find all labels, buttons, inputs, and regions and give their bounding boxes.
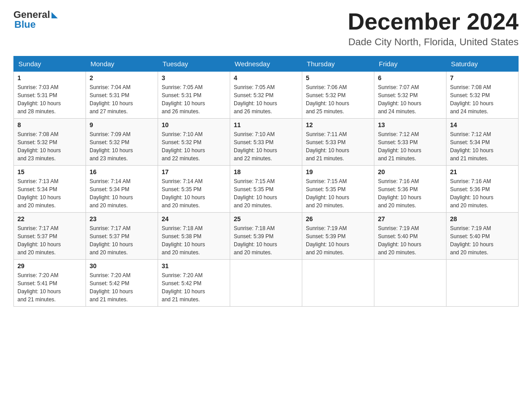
day-number: 26 bbox=[306, 215, 370, 223]
day-info: Sunrise: 7:04 AMSunset: 5:31 PMDaylight:… bbox=[90, 83, 154, 116]
day-info: Sunrise: 7:05 AMSunset: 5:32 PMDaylight:… bbox=[234, 83, 298, 116]
header-friday: Friday bbox=[374, 56, 446, 72]
table-row: 28Sunrise: 7:19 AMSunset: 5:40 PMDayligh… bbox=[446, 213, 519, 260]
day-number: 11 bbox=[234, 121, 298, 128]
day-info: Sunrise: 7:19 AMSunset: 5:40 PMDaylight:… bbox=[450, 224, 515, 257]
location-title: Dade City North, Florida, United States bbox=[348, 36, 519, 48]
page-header: General Blue December 2024 Dade City Nor… bbox=[13, 9, 519, 48]
table-row: 14Sunrise: 7:12 AMSunset: 5:34 PMDayligh… bbox=[446, 119, 519, 166]
month-title: December 2024 bbox=[348, 9, 519, 34]
logo-arrow-icon bbox=[51, 12, 58, 18]
day-number: 25 bbox=[234, 215, 298, 223]
day-number: 27 bbox=[378, 215, 442, 223]
day-number: 3 bbox=[162, 74, 226, 81]
day-info: Sunrise: 7:18 AMSunset: 5:38 PMDaylight:… bbox=[162, 224, 226, 257]
table-row: 1Sunrise: 7:03 AMSunset: 5:31 PMDaylight… bbox=[14, 72, 86, 119]
table-row: 4Sunrise: 7:05 AMSunset: 5:32 PMDaylight… bbox=[230, 72, 302, 119]
day-info: Sunrise: 7:11 AMSunset: 5:33 PMDaylight:… bbox=[306, 130, 370, 163]
day-number: 24 bbox=[162, 215, 226, 223]
day-info: Sunrise: 7:08 AMSunset: 5:32 PMDaylight:… bbox=[450, 83, 515, 116]
day-number: 20 bbox=[378, 168, 442, 176]
day-info: Sunrise: 7:09 AMSunset: 5:32 PMDaylight:… bbox=[90, 130, 154, 163]
day-number: 9 bbox=[90, 121, 154, 128]
header-sunday: Sunday bbox=[14, 56, 86, 72]
table-row: 11Sunrise: 7:10 AMSunset: 5:33 PMDayligh… bbox=[230, 119, 302, 166]
day-info: Sunrise: 7:15 AMSunset: 5:35 PMDaylight:… bbox=[306, 177, 370, 210]
day-number: 31 bbox=[162, 262, 226, 270]
day-info: Sunrise: 7:17 AMSunset: 5:37 PMDaylight:… bbox=[90, 224, 154, 257]
day-number: 12 bbox=[306, 121, 370, 128]
day-number: 5 bbox=[306, 74, 370, 81]
table-row: 30Sunrise: 7:20 AMSunset: 5:42 PMDayligh… bbox=[86, 260, 158, 307]
day-number: 28 bbox=[450, 215, 515, 223]
title-section: December 2024 Dade City North, Florida, … bbox=[348, 9, 519, 48]
table-row bbox=[446, 260, 519, 307]
day-number: 7 bbox=[450, 74, 515, 81]
calendar-week-row: 22Sunrise: 7:17 AMSunset: 5:37 PMDayligh… bbox=[14, 213, 519, 260]
day-info: Sunrise: 7:14 AMSunset: 5:34 PMDaylight:… bbox=[90, 177, 154, 210]
table-row: 21Sunrise: 7:16 AMSunset: 5:36 PMDayligh… bbox=[446, 166, 519, 213]
calendar-week-row: 8Sunrise: 7:08 AMSunset: 5:32 PMDaylight… bbox=[14, 119, 519, 166]
table-row bbox=[302, 260, 374, 307]
table-row: 17Sunrise: 7:14 AMSunset: 5:35 PMDayligh… bbox=[158, 166, 230, 213]
day-info: Sunrise: 7:08 AMSunset: 5:32 PMDaylight:… bbox=[17, 130, 82, 163]
day-info: Sunrise: 7:20 AMSunset: 5:42 PMDaylight:… bbox=[90, 271, 154, 304]
day-number: 8 bbox=[17, 121, 82, 128]
day-number: 21 bbox=[450, 168, 515, 176]
calendar-week-row: 1Sunrise: 7:03 AMSunset: 5:31 PMDaylight… bbox=[14, 72, 519, 119]
table-row: 22Sunrise: 7:17 AMSunset: 5:37 PMDayligh… bbox=[14, 213, 86, 260]
day-info: Sunrise: 7:10 AMSunset: 5:33 PMDaylight:… bbox=[234, 130, 298, 163]
day-info: Sunrise: 7:12 AMSunset: 5:34 PMDaylight:… bbox=[450, 130, 515, 163]
day-info: Sunrise: 7:07 AMSunset: 5:32 PMDaylight:… bbox=[378, 83, 442, 116]
day-info: Sunrise: 7:10 AMSunset: 5:32 PMDaylight:… bbox=[162, 130, 226, 163]
table-row bbox=[230, 260, 302, 307]
table-row: 25Sunrise: 7:18 AMSunset: 5:39 PMDayligh… bbox=[230, 213, 302, 260]
day-info: Sunrise: 7:20 AMSunset: 5:42 PMDaylight:… bbox=[162, 271, 226, 304]
table-row: 13Sunrise: 7:12 AMSunset: 5:33 PMDayligh… bbox=[374, 119, 446, 166]
day-info: Sunrise: 7:16 AMSunset: 5:36 PMDaylight:… bbox=[450, 177, 515, 210]
table-row: 26Sunrise: 7:19 AMSunset: 5:39 PMDayligh… bbox=[302, 213, 374, 260]
day-info: Sunrise: 7:19 AMSunset: 5:40 PMDaylight:… bbox=[378, 224, 442, 257]
day-info: Sunrise: 7:15 AMSunset: 5:35 PMDaylight:… bbox=[234, 177, 298, 210]
table-row: 20Sunrise: 7:16 AMSunset: 5:36 PMDayligh… bbox=[374, 166, 446, 213]
header-monday: Monday bbox=[86, 56, 158, 72]
table-row: 9Sunrise: 7:09 AMSunset: 5:32 PMDaylight… bbox=[86, 119, 158, 166]
day-number: 13 bbox=[378, 121, 442, 128]
day-number: 1 bbox=[17, 74, 82, 81]
table-row: 19Sunrise: 7:15 AMSunset: 5:35 PMDayligh… bbox=[302, 166, 374, 213]
header-saturday: Saturday bbox=[446, 56, 519, 72]
logo: General Blue bbox=[13, 9, 58, 30]
day-info: Sunrise: 7:17 AMSunset: 5:37 PMDaylight:… bbox=[17, 224, 82, 257]
day-number: 6 bbox=[378, 74, 442, 81]
calendar-week-row: 15Sunrise: 7:13 AMSunset: 5:34 PMDayligh… bbox=[14, 166, 519, 213]
day-number: 14 bbox=[450, 121, 515, 128]
day-info: Sunrise: 7:14 AMSunset: 5:35 PMDaylight:… bbox=[162, 177, 226, 210]
header-tuesday: Tuesday bbox=[158, 56, 230, 72]
header-thursday: Thursday bbox=[302, 56, 374, 72]
table-row: 10Sunrise: 7:10 AMSunset: 5:32 PMDayligh… bbox=[158, 119, 230, 166]
day-number: 2 bbox=[90, 74, 154, 81]
day-info: Sunrise: 7:06 AMSunset: 5:32 PMDaylight:… bbox=[306, 83, 370, 116]
calendar-week-row: 29Sunrise: 7:20 AMSunset: 5:41 PMDayligh… bbox=[14, 260, 519, 307]
day-number: 15 bbox=[17, 168, 82, 176]
day-number: 10 bbox=[162, 121, 226, 128]
table-row: 8Sunrise: 7:08 AMSunset: 5:32 PMDaylight… bbox=[14, 119, 86, 166]
logo-blue: Blue bbox=[13, 19, 36, 30]
table-row: 31Sunrise: 7:20 AMSunset: 5:42 PMDayligh… bbox=[158, 260, 230, 307]
calendar-table: Sunday Monday Tuesday Wednesday Thursday… bbox=[13, 56, 519, 307]
day-info: Sunrise: 7:13 AMSunset: 5:34 PMDaylight:… bbox=[17, 177, 82, 210]
day-info: Sunrise: 7:12 AMSunset: 5:33 PMDaylight:… bbox=[378, 130, 442, 163]
table-row: 5Sunrise: 7:06 AMSunset: 5:32 PMDaylight… bbox=[302, 72, 374, 119]
table-row: 6Sunrise: 7:07 AMSunset: 5:32 PMDaylight… bbox=[374, 72, 446, 119]
table-row: 3Sunrise: 7:05 AMSunset: 5:31 PMDaylight… bbox=[158, 72, 230, 119]
day-number: 16 bbox=[90, 168, 154, 176]
calendar-header-row: Sunday Monday Tuesday Wednesday Thursday… bbox=[14, 56, 519, 72]
day-info: Sunrise: 7:20 AMSunset: 5:41 PMDaylight:… bbox=[17, 271, 82, 304]
day-number: 23 bbox=[90, 215, 154, 223]
table-row: 27Sunrise: 7:19 AMSunset: 5:40 PMDayligh… bbox=[374, 213, 446, 260]
day-info: Sunrise: 7:18 AMSunset: 5:39 PMDaylight:… bbox=[234, 224, 298, 257]
day-number: 30 bbox=[90, 262, 154, 270]
day-number: 17 bbox=[162, 168, 226, 176]
table-row: 24Sunrise: 7:18 AMSunset: 5:38 PMDayligh… bbox=[158, 213, 230, 260]
day-info: Sunrise: 7:03 AMSunset: 5:31 PMDaylight:… bbox=[17, 83, 82, 116]
